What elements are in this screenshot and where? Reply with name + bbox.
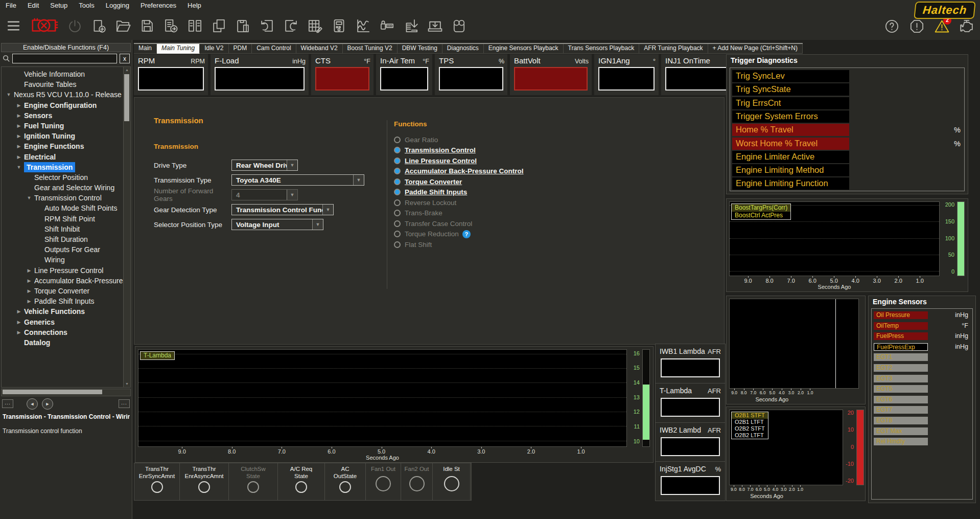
redo-icon[interactable]: [281, 14, 301, 37]
indicator-ac-outstate[interactable]: ACOutState: [325, 463, 366, 500]
expander-closed-icon[interactable]: ▶: [15, 317, 22, 327]
sensor-channel-egt3[interactable]: EGT3: [874, 375, 928, 382]
sensor-channel-egt7[interactable]: EGT7: [874, 406, 928, 414]
tree-item-favourite-tables[interactable]: Favourite Tables: [2, 79, 123, 89]
oscilloscope-icon[interactable]: [353, 14, 373, 37]
expander-closed-icon[interactable]: ▶: [15, 131, 22, 141]
tab-wideband-v2[interactable]: Wideband V2: [296, 44, 343, 54]
menu-item-file[interactable]: File: [0, 0, 22, 11]
tree-item-engine-configuration[interactable]: ▶Engine Configuration: [2, 100, 123, 110]
scroll-up-icon[interactable]: ▲: [124, 67, 130, 73]
readout-value-box[interactable]: [661, 437, 720, 456]
menu-item-tools[interactable]: Tools: [73, 0, 100, 11]
legend-item[interactable]: O2B1 LTFT: [732, 419, 768, 425]
sensor-channel-fuelpress[interactable]: FuelPress: [874, 332, 928, 340]
expander-closed-icon[interactable]: ▶: [26, 265, 33, 276]
gauge-value-box[interactable]: [598, 67, 655, 91]
scroll-down-icon[interactable]: ▼: [124, 381, 130, 387]
readout-value-box[interactable]: [661, 358, 720, 377]
menu-item-setup[interactable]: Setup: [44, 0, 73, 11]
gauge-value-box[interactable]: [514, 67, 588, 91]
chart-plot[interactable]: [729, 299, 859, 389]
tree-item-generics[interactable]: ▶Generics: [2, 317, 123, 327]
tree-item-nexus-r5-vcu-v1-10-0-release[interactable]: ▼Nexus R5 VCU V1.10.0 - Release: [2, 89, 123, 100]
tree-item-shift-inhibit[interactable]: Shift Inhibit: [2, 224, 123, 234]
sensor-channel-egt1[interactable]: EGT1: [874, 353, 928, 361]
tree-item-gear-and-selector-wiring[interactable]: Gear and Selector Wiring: [2, 183, 123, 193]
tab-dbw-testing[interactable]: DBW Testing: [398, 44, 442, 54]
more-left-button[interactable]: ...: [2, 399, 13, 408]
tree-item-line-pressure-control[interactable]: ▶Line Pressure Control: [2, 265, 123, 276]
tree-vertical-scrollbar[interactable]: ▲ ▼: [123, 67, 130, 387]
expander-closed-icon[interactable]: ▶: [26, 286, 33, 296]
legend-item[interactable]: O2B2 STFT: [732, 425, 768, 432]
help-icon[interactable]: [881, 14, 902, 38]
readout-value-box[interactable]: [661, 476, 720, 495]
radio-off-icon[interactable]: [394, 210, 401, 216]
expander-closed-icon[interactable]: ▶: [15, 152, 22, 162]
tab-boost-tuning-v2[interactable]: Boost Tuning V2: [343, 44, 398, 54]
tab-diagnostics[interactable]: Diagnostics: [442, 44, 484, 54]
sensor-channel-egt6[interactable]: EGT6: [874, 396, 928, 403]
gauge-value-box[interactable]: [138, 67, 204, 91]
sync-to-pc-icon[interactable]: [425, 14, 445, 37]
sensor-channel-oil-pressure[interactable]: Oil Pressure: [874, 311, 928, 319]
sidebar-header[interactable]: Enable/Disable Functions (F4): [1, 43, 131, 52]
legend-item[interactable]: O2B2 LTFT: [732, 432, 768, 439]
expander-closed-icon[interactable]: ▶: [15, 327, 22, 337]
radio-off-icon[interactable]: [394, 137, 401, 143]
radio-on-icon[interactable]: [394, 189, 401, 195]
trigger-channel-worst-home-travel[interactable]: Worst Home % Travel: [732, 138, 849, 150]
expander-closed-icon[interactable]: ▶: [15, 110, 22, 121]
expander-open-icon[interactable]: ▼: [15, 162, 22, 172]
tree-item-accumulator-back-pressure[interactable]: ▶Accumulator Back-Pressure: [2, 276, 123, 286]
tree-item-electrical[interactable]: ▶Electrical: [2, 152, 123, 162]
readout-value-box[interactable]: [661, 398, 720, 417]
nav-back-icon[interactable]: ◄: [27, 398, 38, 410]
indicator-fan1-out[interactable]: Fan1 Out: [366, 463, 401, 500]
sync-to-ecu-icon[interactable]: [401, 14, 421, 37]
tree-item-torque-converter[interactable]: ▶Torque Converter: [2, 286, 123, 296]
tab-main[interactable]: Main: [134, 44, 157, 54]
radio-on-icon[interactable]: [394, 178, 401, 185]
tree-item-transmission[interactable]: ▼Transmission: [2, 162, 123, 172]
tree-item-paddle-shift-inputs[interactable]: ▶Paddle Shift Inputs: [2, 296, 123, 306]
function-label[interactable]: Torque Converter: [405, 178, 462, 186]
tree-item-connections[interactable]: ▶Connections: [2, 327, 123, 337]
radio-off-icon[interactable]: [394, 199, 401, 206]
tree-item-auto-mode-shift-points[interactable]: Auto Mode Shift Points: [2, 203, 123, 213]
scrollbar-thumb[interactable]: [3, 390, 102, 394]
chart-plot[interactable]: O2B1 STFTO2B1 LTFTO2B2 STFTO2B2 LTFT: [729, 410, 843, 485]
tab-pdm[interactable]: PDM: [229, 44, 252, 54]
tree-item-wiring[interactable]: Wiring: [2, 255, 123, 265]
tree-item-sensors[interactable]: ▶Sensors: [2, 110, 123, 121]
radio-on-icon[interactable]: [394, 168, 401, 174]
radio-off-icon[interactable]: [394, 241, 401, 248]
sensor-channel-egt5[interactable]: EGT5: [874, 385, 928, 393]
export-file-icon[interactable]: [160, 14, 181, 37]
expander-closed-icon[interactable]: ▶: [26, 296, 33, 306]
more-right-button[interactable]: ...: [119, 399, 130, 408]
search-input[interactable]: [12, 54, 117, 63]
tree-item-datalog[interactable]: Datalog: [2, 337, 123, 348]
chart-plot[interactable]: T-Lambda: [138, 349, 627, 447]
tree-item-transmission-control[interactable]: ▼Transmission Control: [2, 193, 123, 203]
expander-open-icon[interactable]: ▼: [5, 89, 12, 100]
tree-item-vehicle-information[interactable]: Vehicle Information: [2, 69, 123, 79]
tree-item-shift-duration[interactable]: Shift Duration: [2, 234, 123, 244]
tree-item-ignition-tuning[interactable]: ▶Ignition Tuning: [2, 131, 123, 141]
save-icon[interactable]: [136, 14, 157, 37]
radio-off-icon[interactable]: [394, 231, 401, 237]
nav-forward-icon[interactable]: ►: [42, 398, 53, 410]
radio-on-icon[interactable]: [394, 157, 401, 164]
tree-item-fuel-tuning[interactable]: ▶Fuel Tuning: [2, 121, 123, 131]
tab-afr-tuning-playback[interactable]: AFR Tuning Playback: [639, 44, 708, 54]
device-manager-icon[interactable]: [329, 14, 349, 37]
trigger-channel-trig-syncstate[interactable]: Trig SyncState: [732, 83, 849, 96]
scrollbar-thumb[interactable]: [124, 74, 129, 121]
indicator-transthr-enrsyncamnt[interactable]: TransThrEnrSyncAmnt: [134, 463, 180, 500]
field-select[interactable]: Rear Wheel Drive▼: [231, 160, 298, 171]
search-clear-button[interactable]: x: [120, 54, 130, 63]
sensor-channel-egt8[interactable]: EGT8: [874, 417, 928, 424]
compare-files-icon[interactable]: [184, 14, 205, 37]
